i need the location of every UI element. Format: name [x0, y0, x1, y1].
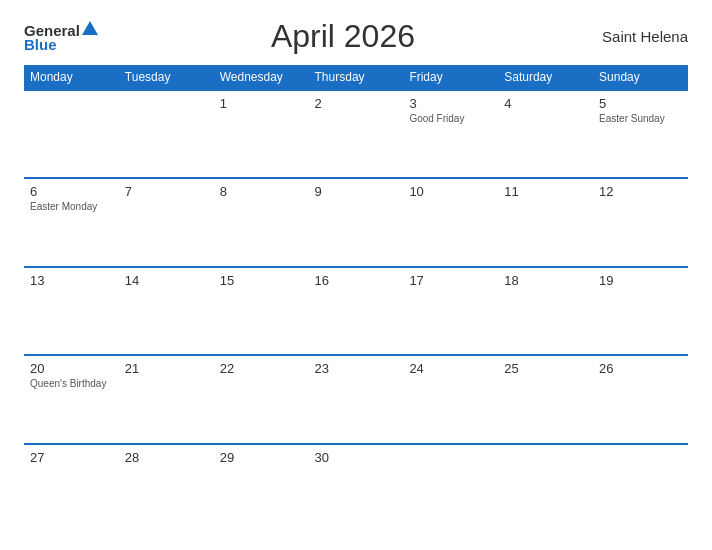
- calendar-cell: 25: [498, 355, 593, 443]
- calendar-cell: 24: [403, 355, 498, 443]
- day-number: 29: [220, 450, 303, 465]
- header-saturday: Saturday: [498, 65, 593, 90]
- day-number: 28: [125, 450, 208, 465]
- calendar-cell: 13: [24, 267, 119, 355]
- calendar-title: April 2026: [98, 18, 588, 55]
- calendar-cell: 2: [309, 90, 404, 178]
- calendar-cell: 15: [214, 267, 309, 355]
- day-number: 30: [315, 450, 398, 465]
- header: General Blue April 2026 Saint Helena: [24, 18, 688, 55]
- calendar-cell: 12: [593, 178, 688, 266]
- day-number: 20: [30, 361, 113, 376]
- calendar-week-row: 6Easter Monday789101112: [24, 178, 688, 266]
- day-number: 15: [220, 273, 303, 288]
- logo-blue: Blue: [24, 37, 57, 52]
- calendar-cell: 23: [309, 355, 404, 443]
- day-number: 17: [409, 273, 492, 288]
- calendar-cell: 14: [119, 267, 214, 355]
- event-label: Easter Monday: [30, 201, 113, 212]
- calendar-cell: 5Easter Sunday: [593, 90, 688, 178]
- calendar-cell: 6Easter Monday: [24, 178, 119, 266]
- calendar-cell: 1: [214, 90, 309, 178]
- day-number: 4: [504, 96, 587, 111]
- day-number: 5: [599, 96, 682, 111]
- day-number: 26: [599, 361, 682, 376]
- header-thursday: Thursday: [309, 65, 404, 90]
- event-label: Good Friday: [409, 113, 492, 124]
- day-number: 13: [30, 273, 113, 288]
- header-sunday: Sunday: [593, 65, 688, 90]
- calendar-cell: [24, 90, 119, 178]
- calendar-week-row: 123Good Friday45Easter Sunday: [24, 90, 688, 178]
- calendar-cell: 19: [593, 267, 688, 355]
- event-label: Queen's Birthday: [30, 378, 113, 389]
- day-number: 14: [125, 273, 208, 288]
- calendar-cell: 8: [214, 178, 309, 266]
- header-monday: Monday: [24, 65, 119, 90]
- calendar-week-row: 20Queen's Birthday212223242526: [24, 355, 688, 443]
- calendar-cell: [498, 444, 593, 532]
- logo: General Blue: [24, 21, 98, 52]
- calendar-cell: 4: [498, 90, 593, 178]
- day-number: 21: [125, 361, 208, 376]
- day-number: 16: [315, 273, 398, 288]
- calendar-cell: 29: [214, 444, 309, 532]
- day-number: 8: [220, 184, 303, 199]
- page: General Blue April 2026 Saint Helena Mon…: [0, 0, 712, 550]
- calendar-cell: 21: [119, 355, 214, 443]
- calendar-cell: 20Queen's Birthday: [24, 355, 119, 443]
- day-number: 2: [315, 96, 398, 111]
- calendar-cell: 10: [403, 178, 498, 266]
- calendar-week-row: 13141516171819: [24, 267, 688, 355]
- calendar-cell: 9: [309, 178, 404, 266]
- calendar-cell: [119, 90, 214, 178]
- calendar-week-row: 27282930: [24, 444, 688, 532]
- day-number: 22: [220, 361, 303, 376]
- day-number: 19: [599, 273, 682, 288]
- header-friday: Friday: [403, 65, 498, 90]
- day-number: 27: [30, 450, 113, 465]
- calendar-cell: 16: [309, 267, 404, 355]
- calendar-cell: 26: [593, 355, 688, 443]
- logo-triangle-icon: [82, 21, 98, 35]
- header-tuesday: Tuesday: [119, 65, 214, 90]
- calendar-cell: 3Good Friday: [403, 90, 498, 178]
- calendar-cell: 28: [119, 444, 214, 532]
- calendar-body: 123Good Friday45Easter Sunday6Easter Mon…: [24, 90, 688, 532]
- calendar-cell: [593, 444, 688, 532]
- calendar-cell: 30: [309, 444, 404, 532]
- calendar-cell: 18: [498, 267, 593, 355]
- day-number: 10: [409, 184, 492, 199]
- day-number: 23: [315, 361, 398, 376]
- day-number: 25: [504, 361, 587, 376]
- event-label: Easter Sunday: [599, 113, 682, 124]
- day-number: 11: [504, 184, 587, 199]
- calendar-cell: 22: [214, 355, 309, 443]
- location: Saint Helena: [588, 28, 688, 45]
- header-wednesday: Wednesday: [214, 65, 309, 90]
- day-number: 24: [409, 361, 492, 376]
- calendar-table: Monday Tuesday Wednesday Thursday Friday…: [24, 65, 688, 532]
- calendar-cell: 7: [119, 178, 214, 266]
- calendar-cell: 17: [403, 267, 498, 355]
- calendar-header: Monday Tuesday Wednesday Thursday Friday…: [24, 65, 688, 90]
- calendar-cell: 11: [498, 178, 593, 266]
- day-number: 12: [599, 184, 682, 199]
- calendar-cell: 27: [24, 444, 119, 532]
- day-number: 18: [504, 273, 587, 288]
- day-number: 6: [30, 184, 113, 199]
- weekday-header-row: Monday Tuesday Wednesday Thursday Friday…: [24, 65, 688, 90]
- calendar-cell: [403, 444, 498, 532]
- day-number: 9: [315, 184, 398, 199]
- day-number: 7: [125, 184, 208, 199]
- day-number: 1: [220, 96, 303, 111]
- day-number: 3: [409, 96, 492, 111]
